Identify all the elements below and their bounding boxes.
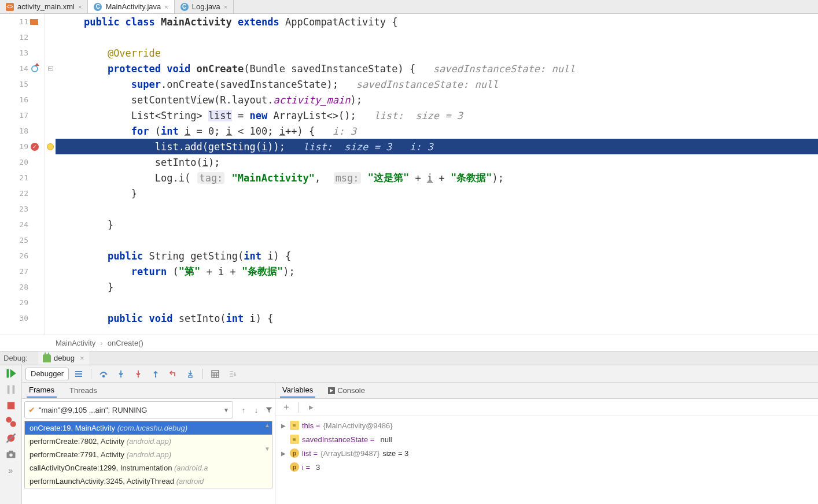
thread-selector[interactable]: ✔ "main"@9,105 ...ain": RUNNING ▼ [24, 401, 233, 418]
code-line[interactable]: setInto(i); [56, 154, 818, 170]
debug-toolbar: Debugger [22, 365, 818, 383]
code-line[interactable]: return ("第" + i + "条教据"); [56, 264, 818, 279]
debug-header: Debug: debug × [0, 351, 818, 365]
code-line[interactable]: public class MainActivity extends AppCom… [56, 14, 818, 29]
file-tab[interactable]: CLog.java× [175, 0, 234, 13]
code-line[interactable] [56, 201, 818, 217]
debug-sidebar: » [0, 365, 22, 504]
file-tab[interactable]: <>activity_main.xml× [0, 0, 88, 13]
variable-row[interactable]: ▶≡this = {MainActivity@9486} [279, 418, 815, 432]
code-line[interactable]: public void setInto(int i) { [56, 310, 818, 326]
code-line[interactable]: protected void onCreate(Bundle savedInst… [56, 61, 818, 76]
variable-row[interactable]: pi = 3 [279, 460, 815, 474]
step-out-button[interactable] [148, 368, 163, 380]
svg-point-14 [103, 375, 105, 377]
code-line[interactable] [56, 29, 818, 45]
svg-rect-1 [7, 386, 9, 394]
svg-rect-2 [12, 386, 14, 394]
close-icon[interactable]: × [164, 3, 168, 10]
java-file-icon: C [180, 3, 189, 11]
code-line[interactable]: @Override [56, 45, 818, 61]
svg-point-17 [155, 376, 157, 377]
next-frame-button[interactable]: ↓ [250, 404, 262, 416]
svg-point-15 [120, 376, 122, 377]
stack-frame[interactable]: performCreate:7791, Activity (android.ap… [25, 448, 272, 461]
force-step-into-button[interactable] [131, 368, 146, 380]
check-icon: ✔ [28, 405, 35, 414]
trace-button[interactable] [225, 368, 240, 380]
editor: 111213141516171819✓202122232425262728293… [0, 14, 818, 351]
stop-button[interactable] [5, 400, 17, 412]
fold-icon[interactable]: − [48, 66, 53, 71]
frames-tab[interactable]: Frames [27, 383, 57, 398]
breadcrumb-item[interactable]: MainActivity [56, 339, 95, 347]
variable-row[interactable]: ≡savedInstanceState = null [279, 432, 815, 446]
console-icon: ▶ [328, 387, 335, 394]
prev-frame-button[interactable]: ↑ [238, 404, 249, 416]
add-watch-button[interactable]: ＋ [279, 401, 294, 414]
xml-file-icon: <> [6, 3, 14, 11]
code-line[interactable]: setContentView(R.layout.activity_main); [56, 92, 818, 108]
close-icon[interactable]: × [224, 3, 227, 10]
svg-rect-19 [212, 370, 219, 377]
variables-pane: Variables ▶Console ＋ ▶ ▶≡this = {MainAct… [275, 383, 818, 504]
file-tab[interactable]: CMainActivity.java× [88, 0, 174, 13]
object-icon: ≡ [290, 435, 299, 444]
frames-pane: Frames Threads ✔ "main"@9,105 ...ain": R… [22, 383, 275, 504]
stack-frame[interactable]: onCreate:19, MainActivity (com.lucashu.d… [25, 421, 272, 435]
override-icon[interactable] [31, 65, 38, 72]
stack-frame[interactable]: callActivityOnCreate:1299, Instrumentati… [25, 461, 272, 475]
mute-breakpoints-button[interactable] [5, 432, 17, 444]
breakpoint-check-icon[interactable]: ✓ [31, 143, 39, 151]
debugger-tab[interactable]: Debugger [25, 368, 69, 380]
code-line[interactable]: public String getSting(int i) { [56, 248, 818, 264]
camera-icon[interactable] [5, 449, 17, 460]
tab-label: activity_main.xml [17, 2, 75, 11]
variables-tab[interactable]: Variables [280, 383, 315, 398]
evaluate-button[interactable] [208, 368, 223, 380]
stack-scroll[interactable]: ▲▼ [263, 422, 271, 452]
close-icon[interactable]: × [80, 354, 84, 362]
variable-row[interactable]: ▶plist = {ArrayList@9487} size = 3 [279, 446, 815, 460]
console-tab[interactable]: ▶Console [326, 384, 367, 397]
drop-frame-button[interactable] [165, 368, 180, 380]
threads-tab[interactable]: Threads [67, 384, 100, 397]
breadcrumb-item[interactable]: onCreate() [108, 339, 143, 347]
code-line[interactable]: super.onCreate(savedInstanceState); save… [56, 76, 818, 92]
close-icon[interactable]: × [78, 3, 82, 10]
pause-button[interactable] [5, 384, 17, 395]
expand-icon[interactable]: ▶ [281, 423, 287, 429]
code-line[interactable]: Log.i( tag: "MainActivity", msg: "这是第" +… [56, 170, 818, 186]
dropdown-icon[interactable]: ▼ [223, 407, 229, 413]
tab-label: Log.java [192, 2, 220, 11]
breadcrumb-sep: › [100, 339, 102, 347]
code-line[interactable]: } [56, 279, 818, 295]
stack-frame[interactable]: performLaunchActivity:3245, ActivityThre… [25, 475, 272, 488]
filter-button[interactable] [263, 404, 275, 416]
code-line[interactable] [56, 295, 818, 310]
expand-icon[interactable]: ▶ [281, 450, 287, 457]
code-line[interactable]: List<String> list = new ArrayList<>(); l… [56, 108, 818, 123]
run-to-cursor-button[interactable] [183, 368, 198, 380]
code-line[interactable]: list.add(getSting(i)); list: size = 3 i:… [56, 139, 818, 154]
debug-config-tab[interactable]: debug × [38, 351, 89, 365]
code-line[interactable]: } [56, 217, 818, 232]
code-area[interactable]: public class MainActivity extends AppCom… [56, 14, 818, 335]
object-icon: ≡ [290, 421, 299, 430]
code-line[interactable]: } [56, 186, 818, 201]
more-icon[interactable]: » [5, 465, 17, 476]
code-line[interactable]: for (int i = 0; i < 100; i++) { i: 3 [56, 123, 818, 139]
stack-frame[interactable]: performCreate:7802, Activity (android.ap… [25, 435, 272, 448]
show-execution-point-button[interactable] [71, 368, 86, 380]
step-over-button[interactable] [96, 368, 111, 380]
expand-button[interactable]: ▶ [304, 401, 319, 414]
breadcrumbs[interactable]: MainActivity › onCreate() [0, 335, 818, 351]
code-line[interactable] [56, 232, 818, 248]
view-breakpoints-button[interactable] [5, 416, 17, 428]
breakpoint-icon[interactable] [47, 143, 54, 150]
tab-label: MainActivity.java [105, 2, 161, 11]
resume-button[interactable] [5, 368, 17, 379]
primitive-icon: p [290, 462, 299, 472]
svg-point-16 [138, 376, 139, 377]
step-into-button[interactable] [113, 368, 128, 380]
